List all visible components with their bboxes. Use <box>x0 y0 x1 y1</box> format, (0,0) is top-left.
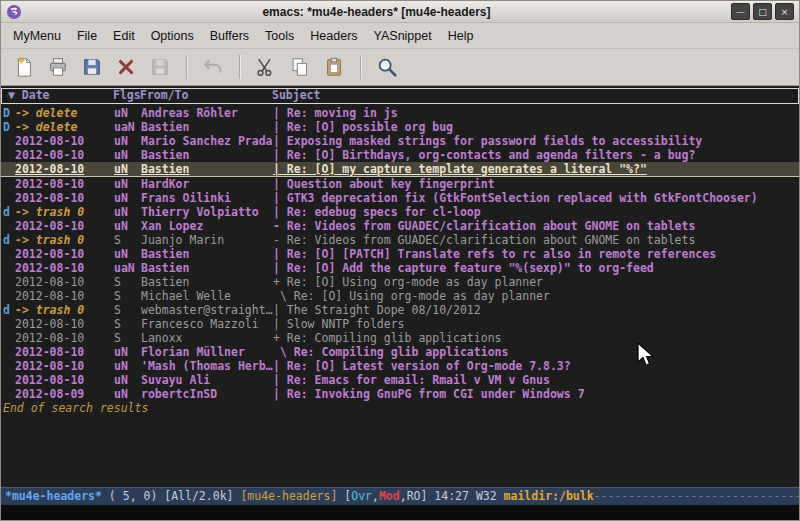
cut-icon <box>255 56 277 78</box>
message-row[interactable]: 2012-08-10uNBastien| Re: [O] my capture … <box>1 162 799 177</box>
message-row[interactable]: 2012-08-10uN'Mash (Thomas Herbert)| Re: … <box>1 359 799 373</box>
message-flags: uaN <box>114 120 141 134</box>
message-mark <box>3 387 15 401</box>
message-row[interactable]: 2012-08-10SBastien+ Re: [O] Using org-mo… <box>1 275 799 289</box>
cut-button[interactable] <box>251 53 281 81</box>
message-flags: uN <box>114 106 141 120</box>
message-subject: | Re: [O] Add the capture feature "%(sex… <box>273 261 799 275</box>
message-row[interactable]: 2012-08-10uNSuvayu Ali| Re: Emacs for em… <box>1 373 799 387</box>
message-row[interactable]: d-> trash 0Swebmaster@straightd...| The … <box>1 303 799 317</box>
close-buffer-button[interactable] <box>111 53 141 81</box>
message-row[interactable]: 2012-08-10SLanoxx+ Re: Compiling glib ap… <box>1 331 799 345</box>
menu-item-mymenu[interactable]: MyMenu <box>5 26 69 46</box>
mode-line: *mu4e-headers* ( 5, 0) [All/2.0k] [mu4e-… <box>1 487 799 505</box>
message-row[interactable]: d-> trash 0SJuanjo Marin- Re: Videos fro… <box>1 233 799 247</box>
message-flags: uN <box>114 205 141 219</box>
message-from: Bastien <box>141 275 273 289</box>
menu-item-tools[interactable]: Tools <box>257 26 302 46</box>
message-date: 2012-08-10 <box>15 289 114 303</box>
close-button[interactable]: × <box>775 3 794 20</box>
message-row[interactable]: 2012-08-10uNFrans Oilinki| GTK3 deprecat… <box>1 191 799 205</box>
message-from: Juanjo Marin <box>141 233 273 247</box>
message-mark <box>3 317 15 331</box>
message-mark <box>3 359 15 373</box>
message-row[interactable]: 2012-08-10uNFlorian Müllner \ Re: Compil… <box>1 345 799 359</box>
close-icon <box>115 56 137 78</box>
menu-item-edit[interactable]: Edit <box>105 26 143 46</box>
maximize-button[interactable]: □ <box>753 3 772 20</box>
message-from: Suvayu Ali <box>141 373 273 387</box>
column-header-flags[interactable]: Flgs <box>113 89 140 103</box>
copy-button[interactable] <box>285 53 315 81</box>
message-from: robertcInSD <box>141 387 273 401</box>
message-flags: S <box>114 233 141 247</box>
message-flags: S <box>114 331 141 345</box>
message-flags: S <box>114 303 141 317</box>
message-row[interactable]: 2012-08-10uNMario Sanchez Prada| Exposin… <box>1 134 799 148</box>
message-from: Bastien <box>141 247 273 261</box>
message-date: -> delete <box>15 120 114 134</box>
message-row[interactable]: 2012-08-10SMichael Welle \ Re: [O] Using… <box>1 289 799 303</box>
message-row[interactable]: 2012-08-10uNBastien| Re: [O] [PATCH] Tra… <box>1 247 799 261</box>
message-row[interactable]: D-> deleteuNAndreas Röhler| Re: moving i… <box>1 106 799 120</box>
message-date: 2012-08-10 <box>15 359 114 373</box>
message-date: 2012-08-10 <box>15 191 114 205</box>
message-row[interactable]: d-> trash 0uNThierry Volpiatto| Re: edeb… <box>1 205 799 219</box>
modeline-segment-name: *mu4e-headers* <box>5 489 102 503</box>
message-from: Lanoxx <box>141 331 273 345</box>
menu-item-headers[interactable]: Headers <box>302 26 365 46</box>
message-flags: uN <box>114 387 141 401</box>
modeline-segment-ovr: Ovr <box>351 489 372 503</box>
message-mark <box>3 345 15 359</box>
modeline-segment-plain: [ <box>337 489 351 503</box>
message-from: 'Mash (Thomas Herbert) <box>141 359 273 373</box>
print-icon <box>47 56 69 78</box>
message-from: Thierry Volpiatto <box>141 205 273 219</box>
undo-button <box>198 53 228 81</box>
message-row[interactable]: 2012-08-09uNrobertcInSD| Re: Invoking Gn… <box>1 387 799 401</box>
message-flags: uaN <box>114 261 141 275</box>
new-file-button[interactable] <box>9 53 39 81</box>
copy-icon <box>289 56 311 78</box>
message-date: 2012-08-10 <box>15 247 114 261</box>
message-row[interactable]: 2012-08-10SFrancesco Mazzoli| Slow NNTP … <box>1 317 799 331</box>
modeline-segment-mod: Mod <box>379 489 400 503</box>
message-flags: uN <box>114 162 141 176</box>
print-button[interactable] <box>43 53 73 81</box>
message-row[interactable]: D-> deleteuaNBastien| Re: [O] possible o… <box>1 120 799 134</box>
message-row[interactable]: 2012-08-10uNHardKor| Question about key … <box>1 177 799 191</box>
message-flags: uN <box>114 359 141 373</box>
message-row[interactable]: 2012-08-10uNBastien| Re: [O] Birthdays, … <box>1 148 799 162</box>
message-mark <box>3 162 15 176</box>
message-flags: uN <box>114 148 141 162</box>
search-button[interactable] <box>372 53 402 81</box>
message-row[interactable]: 2012-08-10uNXan Lopez- Re: Videos from G… <box>1 219 799 233</box>
column-header-from[interactable]: From/To <box>140 89 272 103</box>
column-header-date[interactable]: ▼ Date <box>2 89 113 103</box>
menu-item-yasnippet[interactable]: YASnippet <box>366 26 440 46</box>
menu-item-file[interactable]: File <box>69 26 105 46</box>
menu-item-help[interactable]: Help <box>440 26 482 46</box>
column-header-subject[interactable]: Subject <box>272 89 798 103</box>
message-subject: + Re: Compiling glib applications <box>273 331 799 345</box>
undo-icon <box>202 56 224 78</box>
message-flags: uN <box>114 191 141 205</box>
search-icon <box>376 56 398 78</box>
menu-item-buffers[interactable]: Buffers <box>202 26 257 46</box>
message-subject: | Re: [O] possible org bug <box>273 120 799 134</box>
modeline-segment-plain: [All/2.0k] <box>164 489 240 503</box>
message-flags: S <box>114 275 141 289</box>
end-of-results: End of search results <box>1 401 799 415</box>
echo-area[interactable] <box>1 505 799 520</box>
message-mark <box>3 289 15 303</box>
window-title: emacs: *mu4e-headers* [mu4e-headers] <box>22 5 731 19</box>
paste-button[interactable] <box>319 53 349 81</box>
message-date: 2012-08-09 <box>15 387 114 401</box>
message-date: 2012-08-10 <box>15 162 114 176</box>
menu-item-options[interactable]: Options <box>143 26 202 46</box>
minimize-button[interactable]: — <box>731 3 750 20</box>
message-mark: d <box>3 205 15 219</box>
message-row[interactable]: 2012-08-10uaNBastien| Re: [O] Add the ca… <box>1 261 799 275</box>
paste-icon <box>323 56 345 78</box>
save-button[interactable] <box>77 53 107 81</box>
